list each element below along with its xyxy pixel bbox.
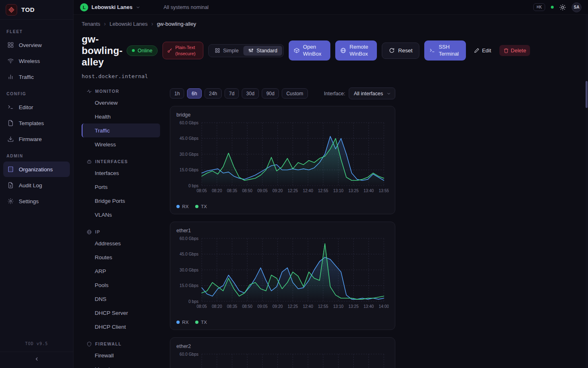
svg-text:09:05: 09:05 <box>257 188 267 193</box>
traffic-chart: 60.0 Gbps45.0 Gbps30.0 Gbps15.0 Gbps0 bp… <box>176 351 389 368</box>
chevron-right-icon: › <box>151 20 153 27</box>
interface-filter: Interface: All interfaces <box>324 88 395 99</box>
subnav-item-health[interactable]: Health <box>82 110 160 123</box>
globe-icon <box>340 47 346 54</box>
svg-text:12:55: 12:55 <box>318 304 328 309</box>
grid-icon <box>215 48 220 53</box>
sidebar-item-label: Settings <box>19 198 39 204</box>
chart-controls: 1h6h24h7d30d90dCustom Interface: All int… <box>170 88 395 99</box>
sidebar-item-firmware[interactable]: Firmware <box>3 131 70 147</box>
health-dot <box>551 6 554 9</box>
range-7d-button[interactable]: 7d <box>225 88 239 99</box>
sidebar-item-overview[interactable]: Overview <box>3 37 70 53</box>
subnav-item-traffic[interactable]: Traffic <box>82 123 160 137</box>
command-palette-shortcut[interactable]: ⌘K <box>533 3 545 11</box>
svg-text:09:20: 09:20 <box>272 304 283 309</box>
svg-text:30.0 Gbps: 30.0 Gbps <box>180 152 198 157</box>
sidebar-item-label: Audit Log <box>19 182 42 188</box>
sidebar-item-audit-log[interactable]: Audit Log <box>3 177 70 193</box>
svg-text:12:40: 12:40 <box>303 304 313 309</box>
svg-text:08:05: 08:05 <box>196 188 207 193</box>
subnav-item-vlans[interactable]: VLANs <box>82 208 160 222</box>
download-icon <box>7 136 14 142</box>
sidebar: TOD FLEETOverviewWirelessTrafficCONFIGEd… <box>0 0 74 368</box>
app-version: TOD v9.5 <box>0 341 73 352</box>
chart-card-ether2: ether260.0 Gbps45.0 Gbps30.0 Gbps15.0 Gb… <box>170 337 395 368</box>
topbar-right: ⌘K SA <box>533 2 581 12</box>
sidebar-item-editor[interactable]: Editor <box>3 99 70 115</box>
page-title: gw-bowling-alley <box>82 34 122 67</box>
time-range-group: 1h6h24h7d30d90dCustom <box>170 88 308 99</box>
sidebar-item-templates[interactable]: Templates <box>3 115 70 131</box>
theme-toggle-sun-icon[interactable] <box>559 4 566 11</box>
sidebar-item-label: Organizations <box>19 166 53 173</box>
sidebar-item-organizations[interactable]: Organizations <box>3 162 70 177</box>
view-mode-toggle: Simple Standard <box>208 44 284 57</box>
shield-icon <box>87 341 92 347</box>
subnav-item-overview[interactable]: Overview <box>82 96 160 110</box>
subnav-item-routes[interactable]: Routes <box>82 250 160 264</box>
svg-text:13:55: 13:55 <box>379 188 389 193</box>
breadcrumb-tenant[interactable]: Lebowski Lanes <box>109 21 147 27</box>
svg-text:08:05: 08:05 <box>196 304 207 309</box>
chart-card-ether1: ether160.0 Gbps45.0 Gbps30.0 Gbps15.0 Gb… <box>170 222 395 330</box>
view-mode-standard[interactable]: Standard <box>243 46 282 56</box>
range-30d-button[interactable]: 30d <box>242 88 259 99</box>
subnav-item-dhcp-server[interactable]: DHCP Server <box>82 306 160 320</box>
view-mode-simple[interactable]: Simple <box>210 46 243 56</box>
grid-icon <box>7 42 14 48</box>
subnav-item-wireless[interactable]: Wireless <box>82 137 160 151</box>
sidebar-item-wireless[interactable]: Wireless <box>3 53 70 69</box>
open-winbox-button[interactable]: Open WinBox <box>289 40 330 61</box>
range-90d-button[interactable]: 90d <box>262 88 279 99</box>
subnav-item-interfaces[interactable]: Interfaces <box>82 166 160 180</box>
charts-column: 1h6h24h7d30d90dCustom Interface: All int… <box>170 86 395 368</box>
sliders-icon <box>248 48 254 53</box>
scrollbar-thumb[interactable] <box>586 81 588 108</box>
app-logo-row[interactable]: TOD <box>0 0 73 20</box>
svg-text:15.0 Gbps: 15.0 Gbps <box>180 283 198 288</box>
sidebar-item-traffic[interactable]: Traffic <box>3 69 70 85</box>
chevron-left-icon <box>34 356 40 362</box>
svg-text:09:20: 09:20 <box>272 188 283 193</box>
subnav-item-ports[interactable]: Ports <box>82 180 160 194</box>
sidebar-item-settings[interactable]: Settings <box>3 193 70 209</box>
svg-text:12:55: 12:55 <box>318 188 328 193</box>
range-custom-button[interactable]: Custom <box>282 88 307 99</box>
app-name: TOD <box>21 6 35 13</box>
subnav-section-label: IP <box>95 229 100 234</box>
sidebar-item-label: Overview <box>19 42 42 48</box>
tenant-switcher[interactable]: L Lebowski Lanes <box>80 3 140 11</box>
edit-button[interactable]: Edit <box>471 46 494 55</box>
reset-button[interactable]: Reset <box>382 43 419 59</box>
subnav-item-firewall[interactable]: Firewall <box>82 348 160 362</box>
subnav-item-dns[interactable]: DNS <box>82 292 160 306</box>
svg-text:60.0 Gbps: 60.0 Gbps <box>180 121 198 125</box>
sidebar-item-label: Traffic <box>19 74 34 80</box>
subnav-item-dhcp-client[interactable]: DHCP Client <box>82 320 160 334</box>
subnav-item-mangle[interactable]: Mangle <box>82 362 160 368</box>
delete-button[interactable]: Delete <box>499 45 530 56</box>
interface-select[interactable]: All interfaces <box>349 88 395 99</box>
remote-winbox-button[interactable]: Remote WinBox <box>335 40 377 61</box>
sidebar-item-label: Firmware <box>19 136 42 142</box>
range-1h-button[interactable]: 1h <box>170 88 184 99</box>
subnav-item-arp[interactable]: ARP <box>82 264 160 278</box>
ssh-terminal-button[interactable]: SSH Terminal <box>424 40 466 61</box>
chevron-down-icon <box>136 5 140 10</box>
chevron-right-icon: › <box>104 20 106 27</box>
subnav-item-pools[interactable]: Pools <box>82 278 160 292</box>
breadcrumb-tenants[interactable]: Tenants <box>82 21 100 27</box>
range-6h-button[interactable]: 6h <box>187 88 201 99</box>
key-icon <box>167 48 172 53</box>
scrollbar-track <box>586 15 588 368</box>
user-avatar[interactable]: SA <box>572 2 581 12</box>
svg-text:12:25: 12:25 <box>287 188 298 193</box>
sidebar-collapse-button[interactable] <box>0 352 73 366</box>
subnav-item-bridge-ports[interactable]: Bridge Ports <box>82 194 160 208</box>
subnav-item-addresses[interactable]: Addresses <box>82 236 160 250</box>
svg-text:0 bps: 0 bps <box>189 184 198 188</box>
sidebar-item-label: Wireless <box>19 58 40 64</box>
svg-text:08:20: 08:20 <box>212 304 222 309</box>
range-24h-button[interactable]: 24h <box>205 88 222 99</box>
